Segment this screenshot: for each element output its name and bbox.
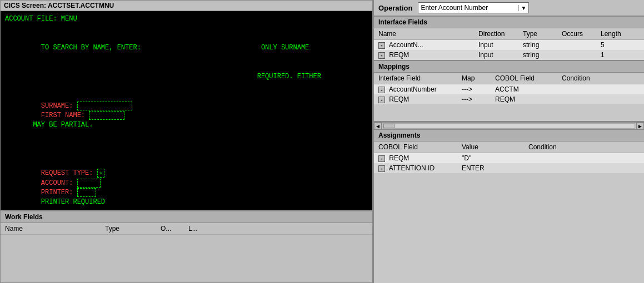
assign-col-condition: Condition <box>528 143 640 151</box>
cics-screen: ACCOUNT FILE: MENU TO SEARCH BY NAME, EN… <box>1 11 372 210</box>
if-row-0-direction: Input <box>478 41 523 49</box>
assignments-section: Assignments COBOL Field Value Condition … <box>374 130 644 283</box>
work-fields-header: Name Type O... L... <box>1 223 372 235</box>
map-row-1-ifield: - REQM <box>378 95 462 103</box>
if-row-1-length: 1 <box>601 51 640 59</box>
screen-header: ACCOUNT FILE: MENU <box>5 14 368 24</box>
mappings-header: Interface Field Map COBOL Field Conditio… <box>374 73 644 84</box>
minus-icon-1: - <box>378 52 385 59</box>
assign-row-0[interactable]: - REQM "D" <box>374 153 644 163</box>
minus-icon-map-1: - <box>378 97 385 103</box>
screen-line-blank2 <box>5 140 368 149</box>
if-col-occurs: Occurs <box>562 30 601 38</box>
assign-row-0-cobol: - REQM <box>378 154 462 162</box>
screen-line-search: TO SEARCH BY NAME, ENTER: ONLY SURNAME <box>5 34 368 63</box>
scrollbar-track[interactable] <box>383 123 635 129</box>
operation-bar: Operation Enter Account Number ▼ <box>374 0 644 17</box>
horizontal-scrollbar[interactable]: ◄ ► <box>374 122 644 130</box>
mappings-title: Mappings <box>374 61 644 73</box>
screen-line-surname: SURNAME: FIRST NAME: MAY BE PARTIAL. <box>5 92 368 140</box>
map-row-1-cobol: REQM <box>495 95 562 103</box>
map-col-map: Map <box>462 74 495 82</box>
if-col-direction: Direction <box>478 30 523 38</box>
if-row-0-length: 5 <box>601 41 640 49</box>
map-col-ifield: Interface Field <box>378 74 462 82</box>
if-row-1-direction: Input <box>478 51 523 59</box>
wf-col-l-header: L... <box>188 225 368 233</box>
map-row-0-map: ---> <box>462 85 495 93</box>
if-row-0[interactable]: - AccountN... Input string 5 <box>374 40 644 50</box>
interface-fields-title: Interface Fields <box>374 17 644 28</box>
left-panel: CICS Screen: ACCTSET.ACCTMNU ACCOUNT FIL… <box>0 0 373 283</box>
cics-title-bar: CICS Screen: ACCTSET.ACCTMNU <box>1 1 372 11</box>
operation-value: Enter Account Number <box>421 4 488 12</box>
work-fields-panel: Work Fields Name Type O... L... <box>1 210 372 282</box>
minus-icon-assign-0: - <box>378 155 385 162</box>
map-row-1[interactable]: - REQM ---> REQM <box>374 94 644 104</box>
if-col-name: Name <box>378 30 478 38</box>
screen-line-required: REQUIRED. EITHER <box>5 63 368 92</box>
map-row-0-cobol: ACCTM <box>495 85 562 93</box>
minus-icon-assign-1: - <box>378 165 385 172</box>
wf-col-o-header: O... <box>161 225 188 233</box>
screen-line-blank1 <box>5 24 368 33</box>
assignments-header: COBOL Field Value Condition <box>374 142 644 153</box>
wf-col-name-header: Name <box>5 225 105 233</box>
assign-row-1[interactable]: - ATTENTION ID ENTER <box>374 163 644 173</box>
assignments-title: Assignments <box>374 130 644 142</box>
map-col-cobol: COBOL Field <box>495 74 562 82</box>
right-panel: Operation Enter Account Number ▼ Interfa… <box>373 0 644 283</box>
assign-col-value: Value <box>462 143 528 151</box>
if-row-1-type: string <box>523 51 562 59</box>
minus-icon-0: - <box>378 42 385 49</box>
wf-col-type-header: Type <box>105 225 161 233</box>
map-row-0[interactable]: - AccountNumber ---> ACCTM <box>374 84 644 94</box>
scrollbar-thumb[interactable] <box>383 124 395 128</box>
dropdown-arrow-icon: ▼ <box>518 5 527 11</box>
work-fields-title: Work Fields <box>1 211 372 223</box>
screen-line-blank3 <box>5 149 368 159</box>
if-col-length: Length <box>601 30 640 38</box>
map-row-0-ifield: - AccountNumber <box>378 85 462 93</box>
scroll-left-button[interactable]: ◄ <box>374 123 382 129</box>
assign-col-cobol: COBOL Field <box>378 143 462 151</box>
minus-icon-map-0: - <box>378 87 385 93</box>
map-col-condition: Condition <box>562 74 640 82</box>
assign-row-1-value: ENTER <box>462 164 528 172</box>
if-row-1-name: - REQM <box>378 51 478 59</box>
mappings-section: Mappings Interface Field Map COBOL Field… <box>374 61 644 122</box>
if-row-0-type: string <box>523 41 562 49</box>
if-row-0-name: - AccountN... <box>378 41 478 49</box>
cics-title: CICS Screen: ACCTSET.ACCTMNU <box>4 2 114 9</box>
assign-row-1-cobol: - ATTENTION ID <box>378 164 462 172</box>
screen-line-request: REQUEST TYPE: ✧ ACCOUNT: PRINTER: PRINTE… <box>5 159 368 210</box>
interface-fields-section: Interface Fields Name Direction Type Occ… <box>374 17 644 61</box>
assign-row-0-value: "D" <box>462 154 528 162</box>
if-row-1[interactable]: - REQM Input string 1 <box>374 50 644 60</box>
interface-fields-header: Name Direction Type Occurs Length <box>374 28 644 40</box>
if-col-type: Type <box>523 30 562 38</box>
map-row-1-map: ---> <box>462 95 495 103</box>
scroll-right-button[interactable]: ► <box>636 123 644 129</box>
operation-label: Operation <box>378 4 412 12</box>
operation-select[interactable]: Enter Account Number ▼ <box>418 2 529 13</box>
mappings-spacer <box>374 104 644 121</box>
